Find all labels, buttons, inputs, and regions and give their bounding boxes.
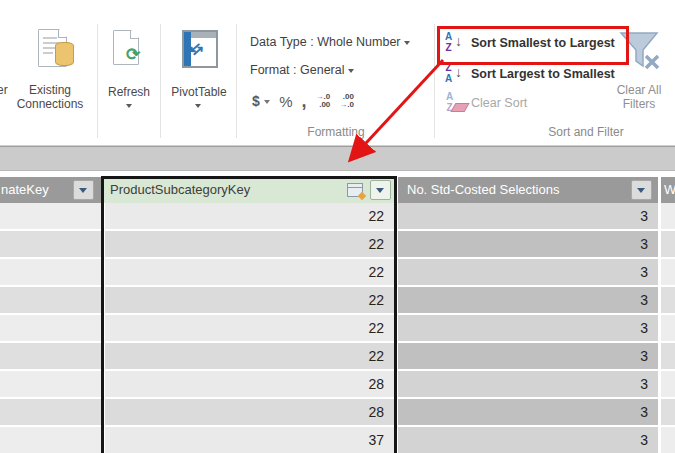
- column-header-productsubcategorykey[interactable]: ProductSubcategoryKey: [102, 177, 397, 203]
- chevron-down-icon: [404, 41, 410, 45]
- clear-sort-icon: A Z: [444, 91, 472, 117]
- currency-format-button[interactable]: $: [252, 92, 270, 110]
- cell-alternatekey[interactable]: [0, 203, 101, 229]
- ribbon: er Existing Connections ⟳ Refresh: [0, 0, 675, 146]
- filter-dropdown-button[interactable]: [370, 180, 391, 200]
- cell-productsubcategorykey[interactable]: 22: [105, 343, 394, 369]
- relationship-icon: [347, 183, 363, 197]
- comma-format-button[interactable]: ,: [302, 96, 307, 106]
- decrease-decimal-button[interactable]: .00 →.0: [339, 93, 354, 109]
- column-header-std-costed-selections[interactable]: No. Std-Costed Selections: [398, 177, 658, 203]
- sort-za-icon: Z A ↓: [443, 62, 471, 88]
- filter-dropdown-button[interactable]: [73, 180, 94, 200]
- cell-alternatekey[interactable]: [0, 231, 101, 257]
- cell-w[interactable]: [661, 427, 675, 453]
- chevron-down-icon: [637, 188, 645, 193]
- pivottable-icon: ⇆: [182, 30, 218, 68]
- chevron-down-icon: [376, 188, 384, 193]
- cell-std-costed[interactable]: 3: [398, 343, 658, 369]
- selected-column-left-border: [101, 176, 104, 453]
- cell-w[interactable]: [661, 371, 675, 397]
- pivottable-label: PivotTable: [162, 85, 236, 99]
- filter-dropdown-button[interactable]: [631, 180, 652, 200]
- cell-productsubcategorykey[interactable]: 37: [105, 427, 394, 453]
- refresh-dropdown-caret[interactable]: [126, 104, 132, 108]
- cell-alternatekey[interactable]: [0, 343, 101, 369]
- existing-connections-label: Existing Connections: [2, 83, 98, 111]
- increase-decimal-button[interactable]: →.0 .00: [316, 93, 331, 109]
- cell-alternatekey[interactable]: [0, 427, 101, 453]
- column-header-w[interactable]: W: [661, 177, 675, 203]
- powerpivot-window: er Existing Connections ⟳ Refresh: [0, 0, 675, 453]
- refresh-label: Refresh: [98, 85, 160, 99]
- cell-alternatekey[interactable]: [0, 399, 101, 425]
- cell-productsubcategorykey[interactable]: 22: [105, 203, 394, 229]
- ribbon-separator: [434, 24, 435, 138]
- cell-productsubcategorykey[interactable]: 22: [105, 259, 394, 285]
- cell-alternatekey[interactable]: [0, 287, 101, 313]
- formula-bar[interactable]: [0, 146, 675, 171]
- clear-all-filters-label: Clear All Filters: [606, 83, 672, 111]
- cell-w[interactable]: [661, 315, 675, 341]
- cell-productsubcategorykey[interactable]: 22: [105, 287, 394, 313]
- formatting-group-label: Formatting: [286, 125, 386, 139]
- cell-productsubcategorykey[interactable]: 22: [105, 231, 394, 257]
- clear-sort-label: Clear Sort: [471, 96, 527, 110]
- ribbon-separator: [236, 24, 237, 138]
- chevron-down-icon: [348, 69, 354, 73]
- sort-filter-group-label: Sort and Filter: [531, 125, 641, 139]
- cell-w[interactable]: [661, 259, 675, 285]
- sort-descending-label: Sort Largest to Smallest: [471, 67, 615, 81]
- cell-std-costed[interactable]: 3: [398, 287, 658, 313]
- cell-std-costed[interactable]: 3: [398, 203, 658, 229]
- cell-w[interactable]: [661, 287, 675, 313]
- annotation-highlight-box: [437, 26, 629, 65]
- number-format-buttons: $ % , →.0 .00 .00 →.0: [252, 89, 354, 113]
- column-header-alternatekey[interactable]: nateKey: [0, 177, 102, 203]
- cell-alternatekey[interactable]: [0, 259, 101, 285]
- cell-alternatekey[interactable]: [0, 315, 101, 341]
- cell-alternatekey[interactable]: [0, 371, 101, 397]
- format-dropdown[interactable]: Format : General: [250, 63, 354, 77]
- cell-w[interactable]: [661, 203, 675, 229]
- cell-productsubcategorykey[interactable]: 28: [105, 371, 394, 397]
- selected-column-right-border: [394, 176, 397, 453]
- cell-productsubcategorykey[interactable]: 28: [105, 399, 394, 425]
- cell-w[interactable]: [661, 343, 675, 369]
- chevron-down-icon: [264, 100, 270, 104]
- data-type-dropdown[interactable]: Data Type : Whole Number: [250, 35, 410, 49]
- ribbon-separator: [160, 24, 161, 138]
- percent-format-button[interactable]: %: [279, 93, 292, 110]
- cell-std-costed[interactable]: 3: [398, 399, 658, 425]
- cell-std-costed[interactable]: 3: [398, 371, 658, 397]
- cell-std-costed[interactable]: 3: [398, 231, 658, 257]
- selected-column-top-border: [102, 176, 397, 179]
- cell-std-costed[interactable]: 3: [398, 259, 658, 285]
- pivottable-dropdown-caret[interactable]: [195, 104, 201, 108]
- chevron-down-icon: [79, 188, 87, 193]
- cell-w[interactable]: [661, 231, 675, 257]
- cell-std-costed[interactable]: 3: [398, 315, 658, 341]
- ribbon-separator: [97, 24, 98, 138]
- cell-productsubcategorykey[interactable]: 22: [105, 315, 394, 341]
- cell-w[interactable]: [661, 399, 675, 425]
- cell-std-costed[interactable]: 3: [398, 427, 658, 453]
